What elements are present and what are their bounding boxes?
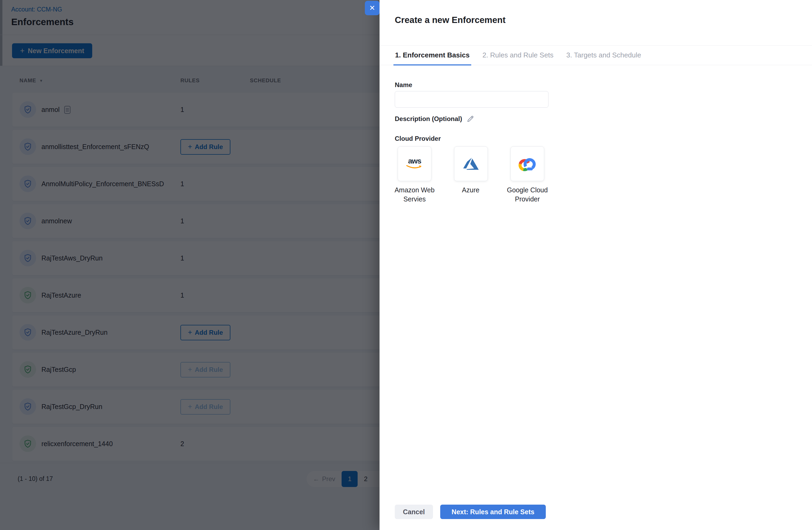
tab-enforcement-basics[interactable]: 1. Enforcement Basics <box>393 46 471 65</box>
description-label: Description (Optional) <box>395 115 475 123</box>
drawer-title: Create a new Enforcement <box>395 15 505 25</box>
provider-card-azure[interactable] <box>454 146 488 181</box>
close-icon: ✕ <box>369 4 375 12</box>
tab-rules-and-rule-sets[interactable]: 2. Rules and Rule Sets <box>481 46 555 65</box>
wizard-tabs: 1. Enforcement Basics 2. Rules and Rule … <box>379 45 812 65</box>
azure-logo-icon <box>463 156 479 172</box>
provider-label-gcp: Google Cloud Provider <box>501 186 554 204</box>
next-button[interactable]: Next: Rules and Rule Sets <box>440 505 546 519</box>
name-input[interactable] <box>395 91 549 108</box>
provider-card-aws[interactable]: aws <box>398 146 431 181</box>
cloud-provider-label: Cloud Provider <box>395 135 441 142</box>
provider-card-gcp[interactable] <box>510 146 544 181</box>
gcp-logo-icon <box>517 156 538 172</box>
provider-label-aws: Amazon Web Servies <box>388 186 441 204</box>
aws-logo-icon: aws <box>405 157 424 170</box>
enforcements-app: Account: CCM-NG Enforcements + New Enfor… <box>0 0 812 530</box>
provider-label-azure: Azure <box>444 186 497 194</box>
edit-pencil-icon[interactable] <box>466 115 475 123</box>
name-label: Name <box>395 81 412 89</box>
create-enforcement-drawer: ✕ Create a new Enforcement 1. Enforcemen… <box>379 0 812 530</box>
cancel-button[interactable]: Cancel <box>395 505 433 519</box>
close-button[interactable]: ✕ <box>365 1 379 15</box>
tab-targets-and-schedule[interactable]: 3. Targets and Schedule <box>565 46 643 65</box>
